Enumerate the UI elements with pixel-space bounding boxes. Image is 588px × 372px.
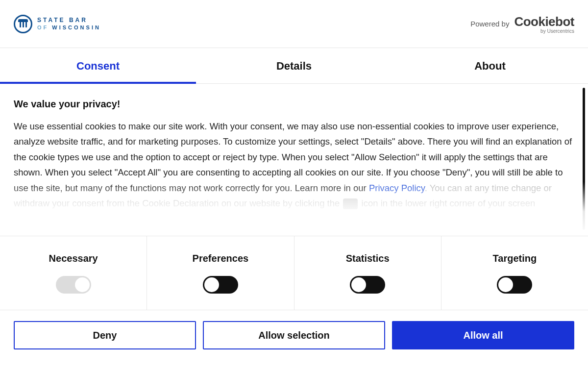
cookiebot-subtext: by Usercentrics (540, 28, 574, 34)
allow-selection-button[interactable]: Allow selection (203, 321, 385, 349)
powered-by-label: Powered by (470, 20, 509, 28)
tab-about[interactable]: About (392, 48, 588, 83)
toggle-knob (351, 277, 366, 292)
action-bar: Deny Allow selection Allow all (0, 310, 588, 360)
brand-line1: STATE BAR (37, 17, 101, 25)
tab-consent[interactable]: Consent (0, 48, 196, 83)
allow-all-button[interactable]: Allow all (392, 321, 574, 349)
cookie-settings-icon (343, 198, 358, 209)
category-label: Necessary (49, 253, 98, 264)
brand-logo: STATE BAR OF WISCONSIN (14, 15, 101, 33)
toggle-knob (204, 277, 219, 292)
toggle-knob (498, 277, 513, 292)
dialog-header: STATE BAR OF WISCONSIN Powered by Cookie… (0, 0, 588, 48)
brand-logo-icon (14, 15, 32, 33)
category-label: Statistics (346, 253, 390, 264)
brand-line2: OF WISCONSIN (37, 24, 101, 31)
consent-title: We value your privacy! (14, 99, 574, 110)
toggle-preferences[interactable] (203, 276, 238, 294)
tab-details[interactable]: Details (196, 48, 392, 83)
category-label: Targeting (493, 253, 537, 264)
tab-bar: Consent Details About (0, 48, 588, 84)
category-targeting: Targeting (441, 236, 588, 310)
category-necessary: Necessary (0, 236, 147, 310)
privacy-policy-link[interactable]: Privacy Policy (369, 183, 425, 193)
toggle-knob (75, 277, 90, 292)
category-statistics: Statistics (294, 236, 441, 310)
scrollbar-thumb[interactable] (583, 88, 585, 230)
consent-text: We use essential cookies to make our sit… (14, 119, 574, 211)
cookie-declaration-link[interactable]: Cookie Declaration (142, 198, 219, 208)
toggle-necessary (56, 276, 91, 294)
toggle-targeting[interactable] (497, 276, 532, 294)
deny-button[interactable]: Deny (14, 321, 196, 349)
toggle-statistics[interactable] (350, 276, 385, 294)
cookie-categories: NecessaryPreferencesStatisticsTargeting (0, 236, 588, 310)
powered-by: Powered by Cookiebot by Usercentrics (470, 14, 574, 34)
category-preferences: Preferences (147, 236, 294, 310)
cookiebot-wordmark: Cookiebot (514, 14, 574, 29)
brand-logo-text: STATE BAR OF WISCONSIN (37, 17, 101, 31)
category-label: Preferences (193, 253, 249, 264)
cookiebot-logo[interactable]: Cookiebot by Usercentrics (514, 14, 574, 34)
consent-body: We value your privacy! We use essential … (0, 84, 588, 236)
